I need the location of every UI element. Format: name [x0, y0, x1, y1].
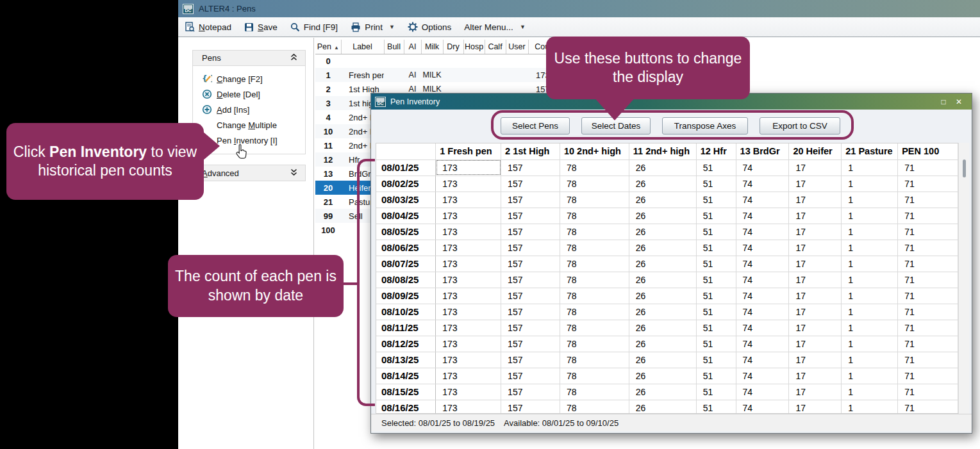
inventory-value-cell[interactable]: 78 — [560, 256, 629, 272]
inventory-value-cell[interactable]: 26 — [629, 256, 696, 272]
inventory-value-cell[interactable]: 51 — [696, 400, 736, 414]
alter-menu-dropdown-arrow[interactable]: ▼ — [520, 24, 526, 30]
inventory-value-cell[interactable]: 173 — [436, 256, 501, 272]
find-button[interactable]: Find [F9] — [290, 22, 338, 32]
inventory-date-cell[interactable]: 08/01/25 — [376, 159, 436, 176]
inventory-value-cell[interactable]: 71 — [898, 304, 958, 320]
inventory-value-cell[interactable]: 1 — [842, 320, 898, 336]
inventory-row[interactable]: 08/05/251731577826517417171 — [376, 224, 958, 240]
inventory-value-cell[interactable]: 157 — [501, 368, 560, 384]
inventory-value-cell[interactable]: 157 — [501, 336, 560, 352]
inventory-value-cell[interactable]: 17 — [789, 272, 842, 288]
inventory-date-cell[interactable]: 08/15/25 — [376, 384, 436, 400]
inventory-value-cell[interactable]: 51 — [696, 368, 736, 384]
inventory-date-cell[interactable]: 08/11/25 — [376, 320, 436, 336]
inventory-value-cell[interactable]: 51 — [696, 224, 736, 240]
sidebar-item-add[interactable]: Add [Ins] — [193, 102, 305, 117]
inventory-col-header[interactable]: 10 2nd+ high — [560, 143, 629, 159]
inventory-date-cell[interactable]: 08/02/25 — [376, 176, 436, 192]
inventory-value-cell[interactable]: 78 — [560, 159, 629, 176]
export-to-csv-button[interactable]: Export to CSV — [760, 117, 840, 135]
inventory-value-cell[interactable]: 173 — [436, 304, 501, 320]
inventory-value-cell[interactable]: 78 — [560, 336, 629, 352]
inventory-value-cell[interactable]: 173 — [436, 352, 501, 368]
inventory-date-cell[interactable]: 08/12/25 — [376, 336, 436, 352]
inventory-value-cell[interactable]: 74 — [736, 384, 789, 400]
inventory-date-cell[interactable]: 08/09/25 — [376, 288, 436, 304]
inventory-value-cell[interactable]: 1 — [842, 256, 898, 272]
inventory-value-cell[interactable]: 173 — [436, 320, 501, 336]
inventory-value-cell[interactable]: 1 — [842, 159, 898, 176]
pens-col-ai[interactable]: AI — [404, 40, 421, 54]
inventory-value-cell[interactable]: 157 — [501, 224, 560, 240]
inventory-value-cell[interactable]: 26 — [629, 208, 696, 224]
inventory-value-cell[interactable]: 173 — [436, 384, 501, 400]
inventory-value-cell[interactable]: 157 — [501, 384, 560, 400]
inventory-row[interactable]: 08/08/251731577826517417171 — [376, 272, 958, 288]
inventory-value-cell[interactable]: 17 — [789, 384, 842, 400]
inventory-value-cell[interactable]: 1 — [842, 192, 898, 208]
inventory-value-cell[interactable]: 51 — [696, 320, 736, 336]
inventory-row[interactable]: 08/15/251731577826517417171 — [376, 384, 958, 400]
inventory-value-cell[interactable]: 74 — [736, 368, 789, 384]
inventory-date-cell[interactable]: 08/04/25 — [376, 208, 436, 224]
inventory-value-cell[interactable]: 17 — [789, 240, 842, 256]
inventory-value-cell[interactable]: 157 — [501, 320, 560, 336]
inventory-value-cell[interactable]: 173 — [436, 288, 501, 304]
inventory-value-cell[interactable]: 78 — [560, 304, 629, 320]
pens-col-calf[interactable]: Calf — [485, 40, 506, 54]
inventory-value-cell[interactable]: 1 — [842, 288, 898, 304]
inventory-value-cell[interactable]: 173 — [436, 176, 501, 192]
inventory-value-cell[interactable]: 78 — [560, 368, 629, 384]
inventory-value-cell[interactable]: 74 — [736, 159, 789, 176]
sidebar-item-change-multiple[interactable]: Change Multiple — [193, 117, 305, 133]
inventory-col-header[interactable]: 12 Hfr — [696, 143, 736, 159]
inventory-value-cell[interactable]: 173 — [436, 208, 501, 224]
inventory-value-cell[interactable]: 74 — [736, 400, 789, 414]
inventory-value-cell[interactable]: 51 — [696, 272, 736, 288]
inventory-value-cell[interactable]: 71 — [898, 288, 958, 304]
maximize-button[interactable]: □ — [936, 97, 951, 106]
inventory-value-cell[interactable]: 51 — [696, 288, 736, 304]
inventory-value-cell[interactable]: 1 — [842, 304, 898, 320]
inventory-value-cell[interactable]: 173 — [436, 224, 501, 240]
inventory-value-cell[interactable]: 26 — [629, 320, 696, 336]
inventory-col-header[interactable]: 21 Pasture — [842, 143, 898, 159]
inventory-value-cell[interactable]: 71 — [898, 336, 958, 352]
inventory-value-cell[interactable]: 78 — [560, 400, 629, 414]
inventory-value-cell[interactable]: 173 — [436, 192, 501, 208]
inventory-col-header[interactable]: PEN 100 — [898, 143, 958, 159]
inventory-row[interactable]: 08/03/251731577826517417171 — [376, 192, 958, 208]
inventory-value-cell[interactable]: 78 — [560, 352, 629, 368]
inventory-value-cell[interactable]: 173 — [436, 400, 501, 414]
inventory-value-cell[interactable]: 26 — [629, 352, 696, 368]
inventory-value-cell[interactable]: 1 — [842, 272, 898, 288]
inventory-value-cell[interactable]: 51 — [696, 336, 736, 352]
inventory-value-cell[interactable]: 157 — [501, 159, 560, 176]
inventory-value-cell[interactable]: 26 — [629, 304, 696, 320]
pens-col-pen[interactable]: Pen▲ — [315, 40, 341, 54]
inventory-value-cell[interactable]: 71 — [898, 256, 958, 272]
inventory-value-cell[interactable]: 17 — [789, 336, 842, 352]
inventory-value-cell[interactable]: 51 — [696, 256, 736, 272]
inventory-value-cell[interactable]: 51 — [696, 159, 736, 176]
inventory-value-cell[interactable]: 173 — [436, 272, 501, 288]
inventory-value-cell[interactable]: 71 — [898, 192, 958, 208]
inventory-row[interactable]: 08/01/251731577826517417171 — [376, 159, 958, 176]
inventory-value-cell[interactable]: 74 — [736, 352, 789, 368]
print-dropdown-arrow[interactable]: ▼ — [389, 24, 395, 30]
inventory-value-cell[interactable]: 78 — [560, 240, 629, 256]
inventory-date-cell[interactable]: 08/06/25 — [376, 240, 436, 256]
inventory-value-cell[interactable]: 74 — [736, 176, 789, 192]
inventory-value-cell[interactable]: 71 — [898, 176, 958, 192]
inventory-value-cell[interactable]: 78 — [560, 384, 629, 400]
inventory-value-cell[interactable]: 51 — [696, 208, 736, 224]
inventory-value-cell[interactable]: 78 — [560, 288, 629, 304]
inventory-value-cell[interactable]: 1 — [842, 208, 898, 224]
pens-col-label[interactable]: Label — [341, 40, 384, 54]
pen-row[interactable]: 1Fresh penAIMILK173 — [315, 68, 563, 82]
inventory-value-cell[interactable]: 17 — [789, 208, 842, 224]
inventory-value-cell[interactable]: 1 — [842, 352, 898, 368]
inventory-value-cell[interactable]: 74 — [736, 320, 789, 336]
inventory-value-cell[interactable]: 17 — [789, 159, 842, 176]
